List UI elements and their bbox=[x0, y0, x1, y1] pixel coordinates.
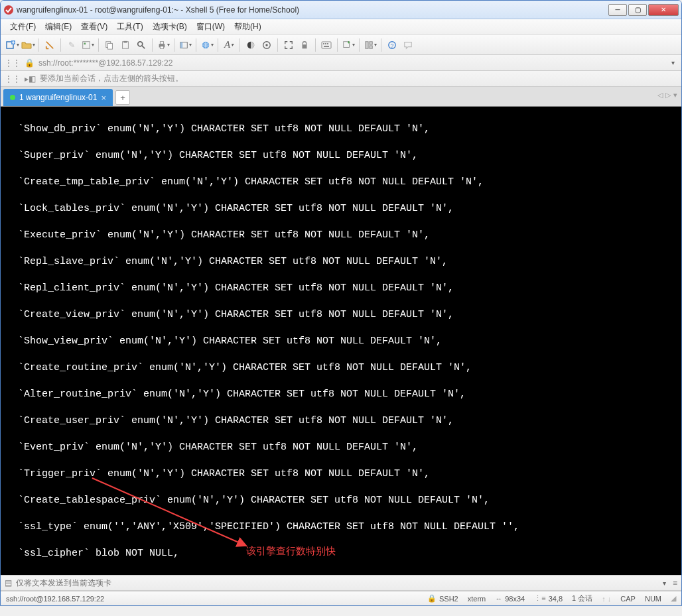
disconnect-button[interactable]: ✎ bbox=[64, 38, 79, 52]
menu-view[interactable]: 查看(V) bbox=[77, 20, 111, 34]
svg-point-18 bbox=[265, 44, 268, 46]
svg-rect-3 bbox=[82, 41, 90, 48]
svg-rect-27 bbox=[369, 41, 372, 44]
menu-edit[interactable]: 编辑(E) bbox=[41, 20, 76, 34]
separator bbox=[174, 38, 174, 52]
separator bbox=[337, 38, 338, 52]
lock-icon: 🔒 bbox=[427, 594, 437, 603]
terminal-line: `Create_tablespace_priv` enum('N','Y') C… bbox=[6, 494, 676, 507]
terminal-line: `Create_user_priv` enum('N','Y') CHARACT… bbox=[6, 414, 676, 428]
status-pos: ⋮≡34,8 bbox=[534, 594, 563, 603]
separator bbox=[359, 38, 360, 52]
new-window-button[interactable]: ▾ bbox=[341, 38, 356, 52]
find-button[interactable] bbox=[134, 38, 149, 52]
svg-rect-8 bbox=[123, 40, 127, 42]
copy-button[interactable] bbox=[102, 38, 117, 52]
view-button[interactable]: ▾ bbox=[178, 38, 192, 52]
maximize-button[interactable]: ▢ bbox=[628, 4, 647, 16]
toolbar: ▾ ▾ ✎ ▾ ▾ ▾ ▾ A▾ ▾ ▾ ? bbox=[1, 35, 681, 55]
address-text[interactable]: ssh://root:********@192.168.57.129:22 bbox=[38, 58, 665, 68]
properties-button[interactable]: ▾ bbox=[80, 38, 95, 52]
svg-rect-11 bbox=[160, 41, 163, 44]
encoding-button[interactable] bbox=[259, 38, 274, 52]
terminal-line: `Show_view_priv` enum('N','Y') CHARACTER… bbox=[6, 335, 676, 348]
separator bbox=[152, 38, 153, 52]
terminal-line: `Create_view_priv` enum('N','Y') CHARACT… bbox=[6, 308, 676, 322]
help-button[interactable]: ? bbox=[385, 38, 399, 52]
print-button[interactable]: ▾ bbox=[156, 38, 170, 52]
chat-button[interactable] bbox=[401, 38, 415, 52]
font-button[interactable]: A▾ bbox=[222, 38, 236, 52]
status-connection: ssh://root@192.168.57.129:22 bbox=[6, 595, 418, 603]
svg-rect-20 bbox=[322, 42, 331, 48]
menu-file[interactable]: 文件(F) bbox=[6, 20, 40, 34]
separator bbox=[315, 38, 316, 52]
grip-icon: ⋮⋮ bbox=[5, 58, 21, 68]
fullscreen-button[interactable] bbox=[281, 38, 296, 52]
paste-button[interactable] bbox=[118, 38, 133, 52]
tab-prev-icon[interactable]: ◁ bbox=[657, 91, 663, 99]
terminal-line: `Execute_priv` enum('N','Y') CHARACTER S… bbox=[6, 229, 676, 242]
session-tab[interactable]: 1 wangruifenglinux-01 × bbox=[3, 89, 113, 106]
web-button[interactable]: ▾ bbox=[200, 38, 214, 52]
send-menu-icon[interactable]: ≡ bbox=[673, 578, 677, 587]
layout-button[interactable]: ▾ bbox=[363, 38, 377, 52]
terminal-line: `Alter_routine_priv` enum('N','Y') CHARA… bbox=[6, 388, 676, 401]
separator bbox=[196, 38, 196, 52]
separator bbox=[239, 38, 240, 52]
add-session-icon[interactable]: ▸◧ bbox=[25, 74, 36, 84]
svg-rect-19 bbox=[303, 44, 307, 48]
window-title: wangruifenglinux-01 - root@wangruifeng-0… bbox=[17, 5, 608, 15]
terminal-line: `Event_priv` enum('N','Y') CHARACTER SET… bbox=[6, 441, 676, 454]
hintbar: ⋮⋮ ▸◧ 要添加当前会话，点击左侧的箭头按钮。 bbox=[1, 71, 681, 87]
send-icon[interactable]: ▤ bbox=[5, 578, 12, 587]
svg-rect-26 bbox=[365, 41, 368, 48]
open-button[interactable]: ▾ bbox=[21, 38, 35, 52]
separator bbox=[218, 38, 218, 52]
menubar: 文件(F) 编辑(E) 查看(V) 工具(T) 选项卡(B) 窗口(W) 帮助(… bbox=[1, 19, 681, 35]
svg-rect-4 bbox=[84, 42, 86, 44]
menu-help[interactable]: 帮助(H) bbox=[230, 20, 265, 34]
minimize-button[interactable]: ─ bbox=[608, 4, 627, 16]
address-dropdown[interactable]: ▾ bbox=[669, 59, 677, 66]
svg-rect-12 bbox=[160, 46, 163, 48]
status-ssh: 🔒SSH2 bbox=[427, 594, 458, 603]
window-controls: ─ ▢ ✕ bbox=[608, 4, 679, 16]
color-scheme-button[interactable] bbox=[243, 38, 258, 52]
lock-button[interactable] bbox=[297, 38, 312, 52]
terminal-line: `Create_routine_priv` enum('N','Y') CHAR… bbox=[6, 361, 676, 375]
new-session-button[interactable]: ▾ bbox=[5, 38, 19, 52]
size-icon: ↔ bbox=[495, 595, 502, 603]
annotation-text: 该引擎查行数特别快 bbox=[246, 546, 336, 559]
tab-list-icon[interactable]: ▾ bbox=[673, 91, 677, 99]
terminal[interactable]: `Show_db_priv` enum('N','Y') CHARACTER S… bbox=[1, 107, 681, 575]
close-button[interactable]: ✕ bbox=[648, 4, 679, 16]
keyboard-button[interactable] bbox=[319, 38, 334, 52]
terminal-line: `x509_issuer` blob NOT NULL, bbox=[6, 574, 676, 575]
addressbar: ⋮⋮ 🔒 ssh://root:********@192.168.57.129:… bbox=[1, 55, 681, 71]
separator bbox=[38, 38, 39, 52]
terminal-line: `Super_priv` enum('N','Y') CHARACTER SET… bbox=[6, 149, 676, 162]
send-dropdown[interactable]: ▾ bbox=[660, 580, 669, 587]
terminal-line: `Create_tmp_table_priv` enum('N','Y') CH… bbox=[6, 176, 676, 189]
titlebar[interactable]: wangruifenglinux-01 - root@wangruifeng-0… bbox=[1, 1, 681, 19]
menu-tabs[interactable]: 选项卡(B) bbox=[149, 20, 191, 34]
tabbar: 1 wangruifenglinux-01 × + ◁ ▷ ▾ bbox=[1, 87, 681, 107]
tab-close-icon[interactable]: × bbox=[101, 93, 106, 103]
lock-icon: 🔒 bbox=[25, 58, 34, 68]
menu-tools[interactable]: 工具(T) bbox=[113, 20, 147, 34]
add-tab-button[interactable]: + bbox=[115, 90, 130, 105]
annotation-arrow-icon bbox=[87, 473, 253, 552]
reconnect-button[interactable] bbox=[42, 38, 57, 52]
status-caps: CAP bbox=[620, 595, 636, 603]
send-input[interactable] bbox=[16, 577, 656, 589]
app-window: wangruifenglinux-01 - root@wangruifeng-0… bbox=[0, 0, 682, 606]
hint-text: 要添加当前会话，点击左侧的箭头按钮。 bbox=[40, 73, 183, 84]
resize-grip-icon[interactable]: ◢ bbox=[671, 594, 676, 603]
tab-next-icon[interactable]: ▷ bbox=[665, 91, 671, 99]
status-size: ↔98x34 bbox=[495, 595, 525, 603]
menu-window[interactable]: 窗口(W) bbox=[192, 20, 229, 34]
status-sessions: 1 会话 bbox=[572, 593, 592, 603]
svg-line-31 bbox=[92, 478, 246, 546]
cursor-pos-icon: ⋮≡ bbox=[534, 594, 545, 603]
